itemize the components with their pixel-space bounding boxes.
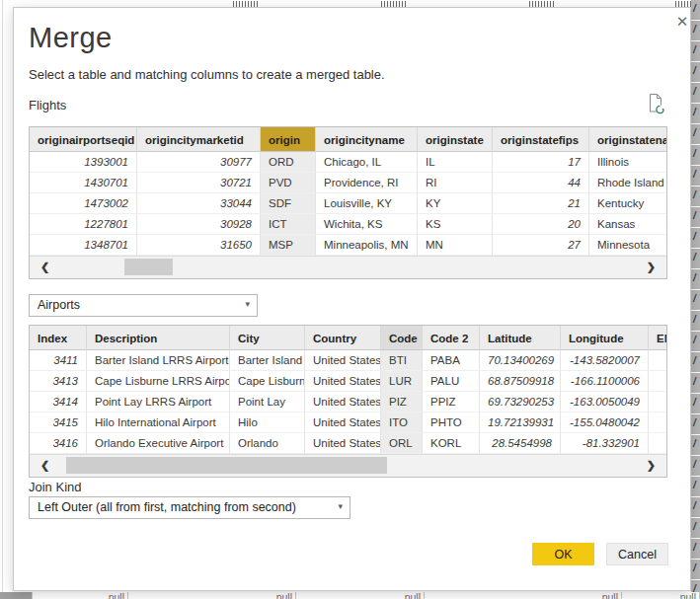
table-cell[interactable]: 17 (493, 152, 589, 173)
table-cell[interactable]: 30977 (137, 152, 261, 173)
column-header-index[interactable]: Index (30, 326, 87, 350)
table-cell[interactable]: United States (305, 350, 381, 371)
table-cell[interactable]: Kansas (589, 214, 667, 235)
table-cell[interactable] (649, 412, 667, 433)
table-cell[interactable]: 44 (493, 173, 589, 193)
column-header-description[interactable]: Description (87, 326, 230, 350)
table-cell[interactable]: PALU (423, 371, 480, 392)
table-cell[interactable]: 1393001 (30, 152, 137, 173)
table-cell[interactable]: Point Lay (230, 392, 305, 412)
scroll-left-icon[interactable]: ❮ (40, 261, 49, 273)
table-cell[interactable]: PPIZ (423, 392, 480, 412)
column-header-city[interactable]: City (230, 326, 305, 350)
column-header-originairportseqid[interactable]: originairportseqid (30, 127, 137, 152)
table-cell[interactable]: Providence, RI (316, 173, 418, 193)
table-cell[interactable]: 3413 (30, 371, 87, 392)
table-cell[interactable]: MSP (261, 235, 316, 256)
table-cell[interactable]: Barter Island LRRS Airport (87, 350, 230, 371)
table-cell[interactable]: Kentucky (589, 193, 667, 214)
column-header-originstatefips[interactable]: originstatefips (493, 127, 589, 152)
table-cell[interactable]: Cape Lisburne (230, 371, 305, 392)
column-header-originstate[interactable]: originstate (418, 127, 493, 152)
table-cell[interactable]: Illinois (589, 152, 667, 173)
table-cell[interactable]: 30928 (137, 214, 261, 235)
table-cell[interactable]: Orlando (230, 433, 305, 454)
scroll-left-icon[interactable]: ❮ (40, 459, 49, 472)
table-cell[interactable]: 21 (493, 193, 589, 214)
scrollbar-thumb[interactable] (66, 457, 387, 474)
table-cell[interactable]: Minnesota (589, 235, 667, 256)
table-cell[interactable]: United States (305, 412, 381, 433)
table-cell[interactable]: Barter Island (230, 350, 305, 371)
table-cell[interactable]: Chicago, IL (316, 152, 418, 173)
table-cell[interactable]: United States (305, 392, 381, 412)
column-header-origin[interactable]: origin (261, 127, 316, 152)
table-cell[interactable]: SDF (261, 193, 316, 214)
ok-button[interactable]: OK (532, 543, 594, 565)
table-cell[interactable]: 27 (493, 235, 589, 256)
table-cell[interactable]: ICT (261, 214, 316, 235)
table-cell[interactable]: 3416 (30, 433, 87, 454)
horizontal-scrollbar[interactable]: ❮❯ (30, 256, 666, 278)
table-cell[interactable]: ORL (381, 433, 423, 454)
horizontal-scrollbar[interactable]: ❮❯ (30, 454, 666, 477)
table-cell[interactable]: 1430701 (30, 173, 137, 193)
document-refresh-icon[interactable] (646, 93, 665, 114)
table-cell[interactable] (649, 433, 667, 454)
table-cell[interactable]: 30721 (137, 173, 261, 193)
table-cell[interactable]: Louisville, KY (316, 193, 418, 214)
scrollbar-thumb[interactable] (124, 259, 173, 275)
table-cell[interactable]: 70.13400269 (480, 350, 561, 371)
table-select-dropdown[interactable]: Airports ▾ (29, 294, 258, 317)
table-cell[interactable] (649, 350, 667, 371)
table-cell[interactable]: KY (418, 193, 493, 214)
table-cell[interactable]: 28.5454998 (480, 433, 561, 454)
table-cell[interactable]: MN (418, 235, 493, 256)
table-cell[interactable]: IL (418, 152, 493, 173)
column-header-code-2[interactable]: Code 2 (423, 326, 480, 350)
column-header-origincityname[interactable]: origincityname (316, 127, 418, 152)
table-cell[interactable]: Orlando Executive Airport (87, 433, 230, 454)
table-cell[interactable]: KS (418, 214, 493, 235)
table-cell[interactable]: BTI (381, 350, 423, 371)
table-cell[interactable]: PABA (423, 350, 480, 371)
table-cell[interactable]: KORL (423, 433, 480, 454)
table-cell[interactable]: RI (418, 173, 493, 193)
table-cell[interactable]: PVD (261, 173, 316, 193)
table-cell[interactable]: 1227801 (30, 214, 137, 235)
table-cell[interactable]: -143.5820007 (561, 350, 649, 371)
table-cell[interactable]: 20 (493, 214, 589, 235)
column-header-country[interactable]: Country (305, 326, 381, 350)
table-cell[interactable]: ORD (261, 152, 316, 173)
table-cell[interactable]: -81.332901 (561, 433, 649, 454)
close-icon[interactable]: ✕ (672, 12, 692, 32)
table-cell[interactable]: Cape Lisburne LRRS Airport (87, 371, 230, 392)
table-cell[interactable]: -155.0480042 (561, 412, 649, 433)
table-cell[interactable] (649, 392, 667, 412)
table-cell[interactable]: LUR (381, 371, 423, 392)
table-cell[interactable]: 68.87509918 (480, 371, 561, 392)
table-cell[interactable]: 31650 (137, 235, 261, 256)
table-cell[interactable]: Minneapolis, MN (316, 235, 418, 256)
table-cell[interactable]: Wichita, KS (316, 214, 418, 235)
scroll-right-icon[interactable]: ❯ (647, 261, 656, 273)
table-cell[interactable]: ITO (381, 412, 423, 433)
table-cell[interactable]: 33044 (137, 193, 261, 214)
table-cell[interactable]: 1473002 (30, 193, 137, 214)
table-cell[interactable]: Point Lay LRRS Airport (87, 392, 230, 412)
column-header-code[interactable]: Code (381, 326, 423, 350)
table-cell[interactable]: 19.72139931 (480, 412, 561, 433)
table-cell[interactable]: 1348701 (30, 235, 137, 256)
cancel-button[interactable]: Cancel (606, 543, 668, 565)
table-cell[interactable]: Hilo International Airport (87, 412, 230, 433)
table-cell[interactable]: 3415 (30, 412, 87, 433)
table-cell[interactable]: PHTO (423, 412, 480, 433)
column-header-latitude[interactable]: Latitude (480, 326, 561, 350)
table-cell[interactable]: 69.73290253 (480, 392, 561, 412)
column-header-elevat[interactable]: Elevat (649, 326, 667, 350)
table-cell[interactable]: 3411 (30, 350, 87, 371)
table-cell[interactable]: Rhode Island (589, 173, 667, 193)
table-cell[interactable]: Hilo (230, 412, 305, 433)
join-kind-dropdown[interactable]: Left Outer (all from first, matching fro… (29, 496, 350, 519)
table-cell[interactable]: -166.1100006 (561, 371, 649, 392)
